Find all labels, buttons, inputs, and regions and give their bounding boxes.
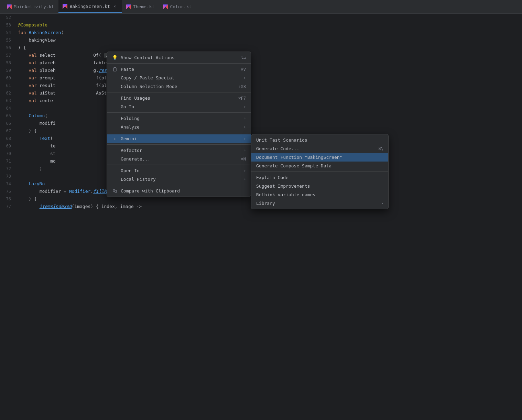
kotlin-icon-baking [63,4,67,9]
submenu-generate-compose[interactable]: Generate Compose Sample Data [251,162,388,170]
menu-local-history[interactable]: Local History › [107,175,251,184]
shortcut-generate-code: ⌘\ [379,146,383,151]
divider-2 [107,92,251,92]
tab-bar: MainActivity.kt BakingScreen.kt ✕ Theme.… [0,0,522,14]
code-line-55: 55 bakingView [0,36,522,44]
code-line-59: 59 val placeh g.results_placeholder) [0,67,522,74]
kotlin-icon-theme [126,4,131,9]
submenu-explain-code[interactable]: Explain Code [251,173,388,182]
menu-generate[interactable]: Generate... ⌘N [107,155,251,163]
code-area: 52 53 @Composable 54 fun BakingScreen( 5… [0,14,522,420]
arrow-icon-history: › [243,177,246,181]
gemini-star-icon: ✦ [112,136,118,141]
code-line-54: 54 fun BakingScreen( [0,29,522,36]
menu-label-refactor: Refactor [121,148,142,153]
submenu-label-rethink: Rethink variable names [256,192,315,197]
menu-refactor[interactable]: Refactor › [107,146,251,155]
menu-column-selection[interactable]: Column Selection Mode ⇧⌘8 [107,82,251,91]
submenu-divider-1 [251,172,388,172]
submenu-label-unit-test: Unit Test Scenarios [256,137,307,143]
menu-label-column: Column Selection Mode [121,84,177,89]
menu-find-usages[interactable]: Find Usages ⌥F7 [107,94,251,102]
menu-compare-clipboard[interactable]: Compare with Clipboard [107,187,251,195]
tab-close-baking[interactable]: ✕ [112,4,118,9]
menu-label-generate: Generate... [121,156,150,162]
menu-show-context-actions[interactable]: 💡 Show Context Actions ⌥↵ [107,53,251,62]
submenu-gemini: Unit Test Scenarios Generate Code... ⌘\ … [251,134,389,209]
submenu-library[interactable]: Library › [251,199,388,208]
submenu-document-function[interactable]: Document Function "BakingScreen" [251,153,388,162]
tab-baking-screen[interactable]: BakingScreen.kt ✕ [58,0,122,13]
submenu-label-generate-code: Generate Code... [256,146,299,151]
submenu-unit-test[interactable]: Unit Test Scenarios [251,136,388,144]
code-line-67: 67 ) { [0,127,522,135]
shortcut-column: ⇧⌘8 [238,84,246,89]
submenu-rethink[interactable]: Rethink variable names [251,190,388,199]
menu-go-to[interactable]: Go To › [107,102,251,111]
submenu-label-suggest: Suggest Improvements [256,184,310,189]
code-line-63: 63 val conte [0,97,522,104]
arrow-icon-open-in: › [243,168,246,173]
submenu-label-compose: Generate Compose Sample Data [256,163,331,168]
code-line-65: 65 Column( [0,112,522,120]
kotlin-icon-main [7,4,12,9]
code-line-61: 61 var result f(placeholderResult) } [0,82,522,89]
menu-label-analyze: Analyze [121,124,140,130]
code-line-64: 64 [0,104,522,112]
code-line-62: 62 val uiStat AsState() [0,89,522,97]
shortcut-show-context: ⌥↵ [241,55,246,60]
menu-label-gemini: Gemini [121,136,137,141]
context-menu: 💡 Show Context Actions ⌥↵ Paste ⌘V [107,52,251,197]
svg-rect-15 [115,190,117,192]
shortcut-paste: ⌘V [241,67,246,72]
tab-color[interactable]: Color.kt [159,0,196,13]
submenu-label-document: Document Function "BakingScreen" [256,155,342,160]
menu-paste[interactable]: Paste ⌘V [107,65,251,74]
menu-label-history: Local History [121,177,156,182]
divider-6 [107,165,251,165]
tab-label-main: MainActivity.kt [14,4,54,9]
code-line-66: 66 modifi [0,120,522,127]
tab-label-color: Color.kt [170,4,192,9]
editor: MainActivity.kt BakingScreen.kt ✕ Theme.… [0,0,522,420]
menu-label-find: Find Usages [121,96,150,101]
menu-open-in[interactable]: Open In › [107,166,251,175]
arrow-icon-folding: › [243,116,246,121]
tab-theme[interactable]: Theme.kt [122,0,159,13]
svg-rect-14 [113,189,115,191]
submenu-generate-code[interactable]: Generate Code... ⌘\ [251,144,388,153]
arrow-icon-gemini: › [243,136,246,141]
divider-5 [107,144,251,145]
arrow-icon-refactor: › [243,148,246,153]
menu-folding[interactable]: Folding › [107,114,251,123]
menu-copy-paste-special[interactable]: Copy / Paste Special › [107,74,251,82]
menu-label-folding: Folding [121,116,140,121]
tab-main-activity[interactable]: MainActivity.kt [3,0,58,13]
clipboard-icon [112,67,118,72]
shortcut-find: ⌥F7 [238,96,246,101]
menu-analyze[interactable]: Analyze › [107,123,251,131]
menu-label-goto: Go To [121,104,134,109]
menu-gemini[interactable]: ✦ Gemini › [107,134,251,143]
submenu-suggest[interactable]: Suggest Improvements [251,182,388,190]
compare-icon [112,189,118,194]
arrow-icon-goto: › [243,104,246,109]
code-line-53: 53 @Composable [0,21,522,29]
shortcut-generate: ⌘N [241,157,246,162]
divider-7 [107,185,251,185]
arrow-icon-library: › [381,201,383,206]
code-line-58: 58 val placeh tableStateOf( value: "Prov… [0,59,522,67]
menu-label-copy-paste: Copy / Paste Special [121,75,175,80]
divider-3 [107,112,251,113]
arrow-icon-analyze: › [243,125,246,129]
menu-label-open-in: Open In [121,168,140,173]
code-line-60: 60 var prompt f(placeholderPrompt) } [0,74,522,82]
arrow-icon-copy-paste: › [243,76,246,80]
menu-label-paste: Paste [121,67,134,72]
code-line-56: 56 ) { [0,44,522,52]
tab-label-theme: Theme.kt [133,4,155,9]
code-line-57: 57 val select Of( value: 0 ) } [0,52,522,59]
submenu-label-library: Library [256,201,275,206]
divider-1 [107,63,251,64]
bulb-icon: 💡 [112,55,118,60]
